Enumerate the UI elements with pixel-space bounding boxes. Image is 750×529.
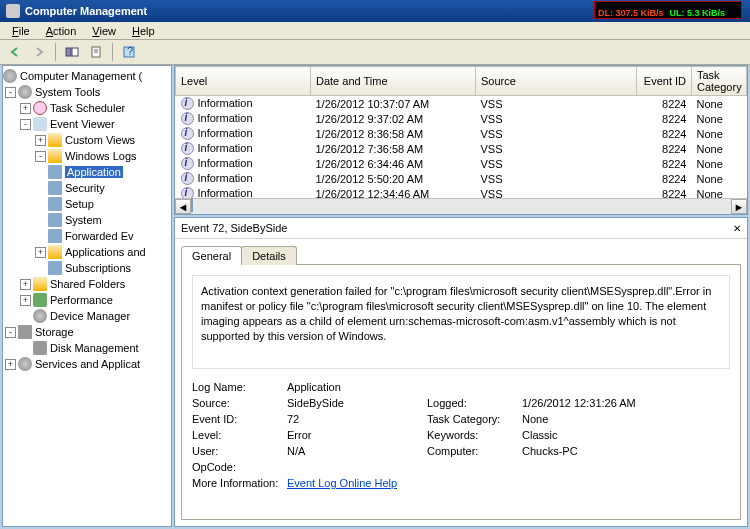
table-row[interactable]: Information1/26/2012 5:50:20 AMVSS8224No…: [176, 171, 747, 186]
log-icon: [48, 165, 62, 179]
prop-user-k: User:: [192, 445, 287, 457]
tree-windows-logs[interactable]: -Windows Logs: [3, 148, 171, 164]
expand-icon[interactable]: +: [35, 247, 46, 258]
prop-logname-v: Application: [287, 381, 682, 393]
prop-level-v: Error: [287, 429, 427, 441]
expand-icon[interactable]: +: [35, 135, 46, 146]
event-description[interactable]: Activation context generation failed for…: [192, 275, 730, 369]
menu-file[interactable]: File: [4, 23, 38, 39]
info-icon: [181, 97, 194, 110]
table-row[interactable]: Information1/26/2012 10:37:07 AMVSS8224N…: [176, 96, 747, 112]
detail-tabs: General Details: [175, 239, 747, 264]
prop-taskcat-k: Task Category:: [427, 413, 522, 425]
tree-services[interactable]: +Services and Applicat: [3, 356, 171, 372]
tree-event-viewer[interactable]: -Event Viewer: [3, 116, 171, 132]
col-datetime[interactable]: Date and Time: [311, 67, 476, 96]
expand-icon[interactable]: +: [20, 295, 31, 306]
prop-logged-k: Logged:: [427, 397, 522, 409]
tree-setup[interactable]: Setup: [3, 196, 171, 212]
scroll-thumb[interactable]: [191, 198, 193, 212]
table-row[interactable]: Information1/26/2012 12:34:46 AMVSS8224N…: [176, 186, 747, 198]
tree-system[interactable]: System: [3, 212, 171, 228]
app-title: Computer Management: [25, 5, 147, 17]
collapse-icon[interactable]: -: [5, 327, 16, 338]
toolbar-separator: [112, 43, 113, 61]
menu-action[interactable]: Action: [38, 23, 85, 39]
toolbar: ?: [0, 40, 750, 65]
event-log-online-help-link[interactable]: Event Log Online Help: [287, 477, 682, 489]
tree-task-scheduler[interactable]: +Task Scheduler: [3, 100, 171, 116]
col-source[interactable]: Source: [476, 67, 637, 96]
expand-icon[interactable]: +: [5, 359, 16, 370]
log-icon: [48, 197, 62, 211]
tree-custom-views[interactable]: +Custom Views: [3, 132, 171, 148]
collapse-icon[interactable]: -: [5, 87, 16, 98]
event-grid: Level Date and Time Source Event ID Task…: [174, 65, 748, 215]
detail-header: Event 72, SideBySide ✕: [175, 218, 747, 239]
help-button[interactable]: ?: [118, 42, 140, 62]
col-eventid[interactable]: Event ID: [637, 67, 692, 96]
scroll-left-icon[interactable]: ◄: [175, 199, 191, 214]
tree-device-manager[interactable]: Device Manager: [3, 308, 171, 324]
tree-system-tools[interactable]: -System Tools: [3, 84, 171, 100]
performance-icon: [33, 293, 47, 307]
tab-details[interactable]: Details: [241, 246, 297, 265]
info-icon: [181, 157, 194, 170]
prop-source-k: Source:: [192, 397, 287, 409]
expand-icon[interactable]: +: [20, 103, 31, 114]
tree-storage[interactable]: -Storage: [3, 324, 171, 340]
table-row[interactable]: Information1/26/2012 8:36:58 AMVSS8224No…: [176, 126, 747, 141]
scroll-right-icon[interactable]: ►: [731, 199, 747, 214]
log-icon: [48, 181, 62, 195]
tree-performance[interactable]: +Performance: [3, 292, 171, 308]
log-icon: [48, 213, 62, 227]
col-level[interactable]: Level: [176, 67, 311, 96]
tree-forwarded-events[interactable]: Forwarded Ev: [3, 228, 171, 244]
tree-subscriptions[interactable]: Subscriptions: [3, 260, 171, 276]
upload-rate: UL: 5.3 KiB/s: [670, 9, 726, 18]
forward-button[interactable]: [28, 42, 50, 62]
col-taskcategory[interactable]: Task Category: [692, 67, 747, 96]
svg-text:?: ?: [127, 46, 133, 57]
expand-icon[interactable]: +: [20, 279, 31, 290]
svg-rect-0: [66, 48, 71, 56]
tree-root[interactable]: Computer Management (: [3, 68, 171, 84]
workspace: Computer Management ( -System Tools +Tas…: [0, 65, 750, 529]
collapse-icon[interactable]: -: [35, 151, 46, 162]
prop-opcode-v: [287, 461, 682, 473]
table-row[interactable]: Information1/26/2012 9:37:02 AMVSS8224No…: [176, 111, 747, 126]
menu-bar: File Action View Help: [0, 22, 750, 40]
prop-eventid-k: Event ID:: [192, 413, 287, 425]
close-icon[interactable]: ✕: [733, 223, 741, 234]
event-detail-pane: Event 72, SideBySide ✕ General Details A…: [174, 217, 748, 527]
tree-shared-folders[interactable]: +Shared Folders: [3, 276, 171, 292]
info-icon: [181, 142, 194, 155]
tab-general[interactable]: General: [181, 246, 242, 265]
tree-application[interactable]: Application: [3, 164, 171, 180]
tree-applications-and-services[interactable]: +Applications and: [3, 244, 171, 260]
show-hide-button[interactable]: [61, 42, 83, 62]
tree-disk-management[interactable]: Disk Management: [3, 340, 171, 356]
menu-view[interactable]: View: [84, 23, 124, 39]
prop-moreinfo-k: More Information:: [192, 477, 287, 489]
storage-icon: [18, 325, 32, 339]
tree-security[interactable]: Security: [3, 180, 171, 196]
info-icon: [181, 172, 194, 185]
prop-keywords-v: Classic: [522, 429, 682, 441]
services-icon: [18, 357, 32, 371]
tree-pane[interactable]: Computer Management ( -System Tools +Tas…: [2, 65, 172, 527]
back-button[interactable]: [4, 42, 26, 62]
info-icon: [181, 127, 194, 140]
menu-help[interactable]: Help: [124, 23, 163, 39]
scroll-track[interactable]: [191, 199, 731, 214]
app-icon: [6, 4, 20, 18]
log-icon: [48, 229, 62, 243]
table-row[interactable]: Information1/26/2012 6:34:46 AMVSS8224No…: [176, 156, 747, 171]
prop-source-v: SideBySide: [287, 397, 427, 409]
title-bar: Computer Management DL: 307.5 KiB/s UL: …: [0, 0, 750, 22]
event-grid-body[interactable]: Level Date and Time Source Event ID Task…: [175, 66, 747, 198]
collapse-icon[interactable]: -: [20, 119, 31, 130]
table-row[interactable]: Information1/26/2012 7:36:58 AMVSS8224No…: [176, 141, 747, 156]
horizontal-scrollbar[interactable]: ◄ ►: [175, 198, 747, 214]
properties-button[interactable]: [85, 42, 107, 62]
